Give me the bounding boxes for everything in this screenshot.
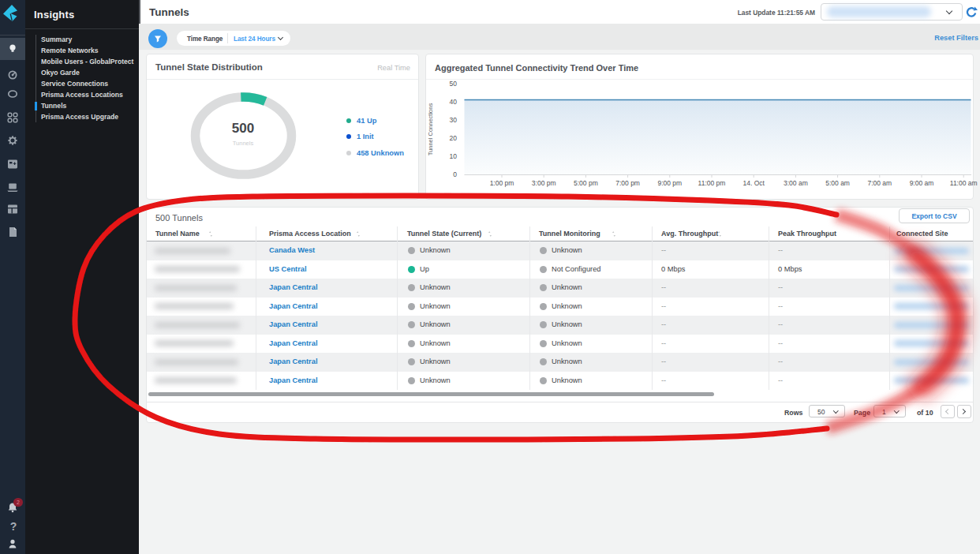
svg-text:3:00 pm: 3:00 pm [532,179,556,187]
svg-text:9:00 am: 9:00 am [910,179,934,187]
svg-text:1:00 pm: 1:00 pm [490,179,514,187]
svg-text:3:00 am: 3:00 am [784,179,808,187]
svg-text:50: 50 [450,80,458,88]
svg-text:9:00 pm: 9:00 pm [657,179,682,187]
svg-text:40: 40 [450,98,458,106]
svg-text:0: 0 [453,170,457,178]
svg-text:20: 20 [450,134,458,142]
svg-text:7:00 am: 7:00 am [867,179,892,187]
svg-text:14. Oct: 14. Oct [742,179,765,187]
svg-text:30: 30 [450,116,458,124]
svg-text:10: 10 [450,152,458,160]
svg-text:5:00 am: 5:00 am [825,179,850,187]
svg-text:7:00 pm: 7:00 pm [615,179,640,187]
svg-text:Tunnel Connections: Tunnel Connections [427,103,434,156]
svg-text:11:00 pm: 11:00 pm [698,179,726,187]
svg-text:11:00 am: 11:00 am [950,179,978,187]
svg-text:5:00 pm: 5:00 pm [574,179,598,187]
